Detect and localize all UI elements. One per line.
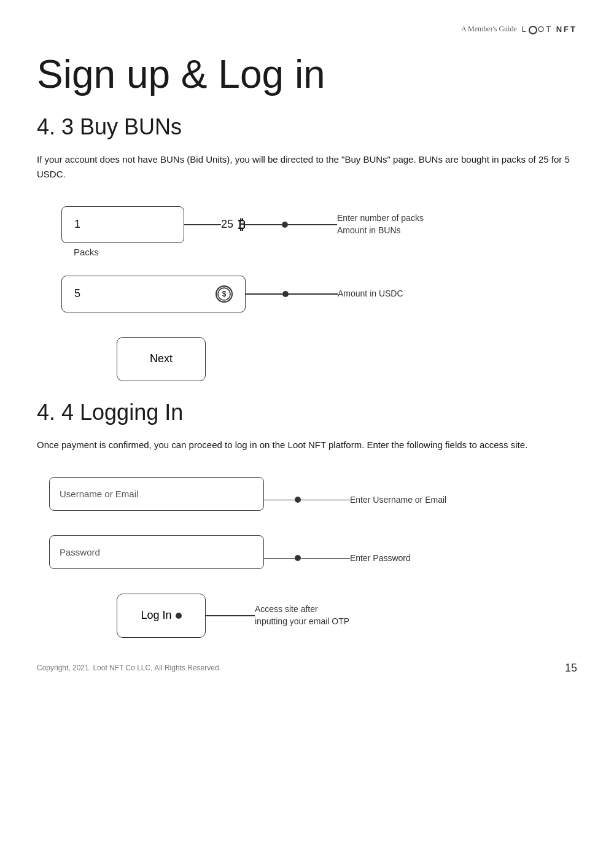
next-button[interactable]: Next bbox=[117, 337, 206, 381]
buns-annotation: Enter number of packs Amount in BUNs bbox=[337, 212, 424, 236]
usdc-connector-dot bbox=[282, 291, 289, 297]
annotation-login-line1: Access site after bbox=[255, 603, 349, 616]
next-button-container: Next bbox=[117, 337, 577, 381]
connector-line-password-ann bbox=[301, 558, 350, 559]
packs-value: 1 bbox=[74, 218, 80, 231]
buns-connector-dot bbox=[282, 222, 288, 228]
password-placeholder: Password bbox=[60, 547, 100, 557]
annotation-password: Enter Password bbox=[350, 553, 411, 563]
buns-value: 25 bbox=[221, 218, 233, 231]
section-buy-title: 4. 3 Buy BUNs bbox=[37, 114, 577, 140]
usdc-value: 5 bbox=[74, 287, 80, 300]
password-annotation: Enter Password bbox=[350, 552, 411, 565]
annotation-enter-packs: Enter number of packs bbox=[337, 212, 424, 225]
username-placeholder: Username or Email bbox=[60, 489, 138, 499]
usdc-icon: $ bbox=[216, 285, 233, 303]
annotation-amount-buns: Amount in BUNs bbox=[337, 225, 424, 237]
connector-line-username bbox=[264, 500, 295, 501]
connector-line-password bbox=[264, 558, 295, 559]
header-logo: LOT NFT bbox=[522, 25, 577, 34]
section-buy-body: If your account does not have BUNs (Bid … bbox=[37, 152, 571, 182]
logo-circle bbox=[529, 26, 537, 34]
logo-nft: NFT bbox=[556, 25, 577, 34]
password-input-box[interactable]: Password bbox=[49, 535, 264, 569]
annotation-amount-usdc: Amount in USDC bbox=[338, 288, 403, 300]
buns-symbol: ₿ bbox=[238, 217, 245, 233]
page-title: Sign up & Log in bbox=[37, 53, 577, 96]
usdc-annotation: Amount in USDC bbox=[338, 288, 403, 300]
login-annotation: Access site after inputting your email O… bbox=[255, 603, 349, 627]
header: A Member's Guide LOT NFT bbox=[37, 25, 577, 34]
buns-amount-display: 25 ₿ bbox=[221, 217, 245, 233]
section-login-body: Once payment is confirmed, you can proce… bbox=[37, 438, 571, 452]
footer: Copyright, 2021. Loot NFT Co LLC, All Ri… bbox=[37, 662, 577, 675]
logo-loot: L bbox=[522, 25, 528, 34]
connector-line-packs bbox=[184, 224, 221, 225]
connector-line-username-ann bbox=[301, 500, 350, 501]
connector-line-ann bbox=[288, 224, 337, 225]
annotation-login-line2: inputting your email OTP bbox=[255, 616, 349, 628]
annotation-username: Enter Username or Email bbox=[350, 495, 446, 505]
connector-line-login bbox=[206, 615, 255, 616]
connector-line-usdc bbox=[246, 293, 282, 295]
footer-copyright: Copyright, 2021. Loot NFT Co LLC, All Ri… bbox=[37, 664, 221, 672]
login-btn-dot bbox=[176, 613, 182, 619]
usdc-input-box[interactable]: 5 $ bbox=[61, 276, 246, 312]
packs-input-box[interactable]: 1 bbox=[61, 206, 184, 243]
header-guide-label: A Member's Guide bbox=[461, 25, 517, 34]
section-login-title: 4. 4 Logging In bbox=[37, 400, 577, 425]
logo-ot: OT bbox=[538, 25, 553, 34]
login-button[interactable]: Log In bbox=[117, 594, 206, 638]
username-annotation: Enter Username or Email bbox=[350, 494, 446, 506]
svg-text:$: $ bbox=[222, 290, 227, 298]
password-connector-dot bbox=[295, 555, 301, 561]
username-connector-dot bbox=[295, 497, 301, 503]
login-button-label: Log In bbox=[141, 609, 171, 622]
username-input-box[interactable]: Username or Email bbox=[49, 477, 264, 511]
packs-label: Packs bbox=[74, 247, 577, 257]
footer-page-number: 15 bbox=[565, 662, 577, 675]
connector-line-buns bbox=[245, 224, 282, 225]
usdc-svg-icon: $ bbox=[217, 287, 231, 301]
connector-line-usdc-ann bbox=[289, 293, 338, 295]
